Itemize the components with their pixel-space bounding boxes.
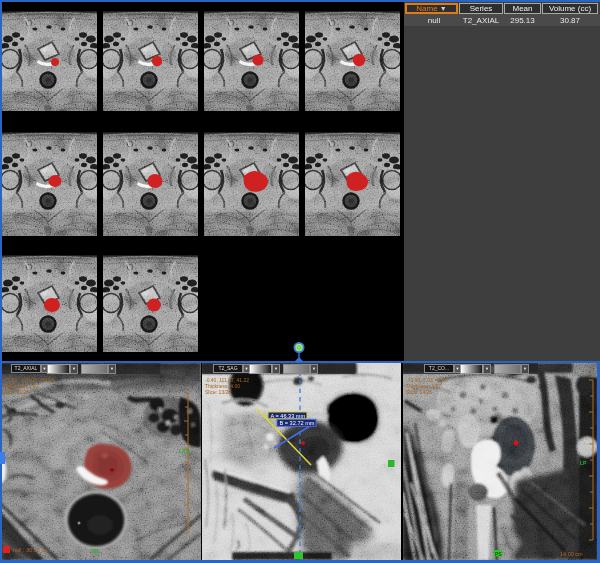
svg-text:B = 32.72 mm: B = 32.72 mm — [280, 420, 315, 426]
svg-text:PS: PS — [495, 551, 502, 557]
svg-text:A = 46.33 mm: A = 46.33 mm — [271, 413, 306, 419]
